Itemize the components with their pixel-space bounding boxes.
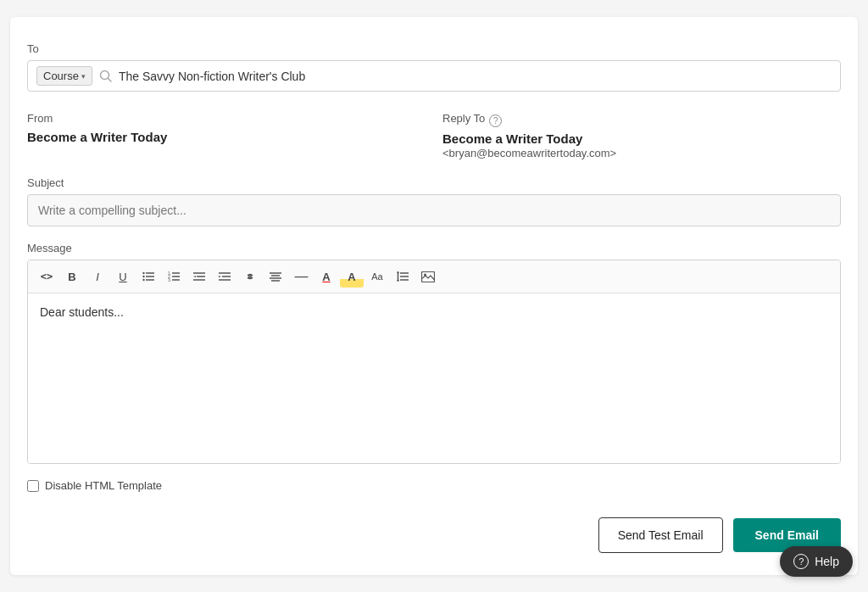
footer-buttons: Send Test Email Send Email xyxy=(27,517,841,553)
help-fab-icon: ? xyxy=(793,554,809,569)
message-section: Message <> B I U 1.2.3. xyxy=(27,242,841,464)
toolbar-line-height-btn[interactable] xyxy=(391,265,415,288)
disable-html-label[interactable]: Disable HTML Template xyxy=(45,479,162,492)
toolbar-indent-less-btn[interactable] xyxy=(187,265,211,288)
to-input-row: Course ▾ xyxy=(27,60,841,92)
toolbar-indent-more-btn[interactable] xyxy=(213,265,236,288)
disable-html-row: Disable HTML Template xyxy=(27,479,841,492)
subject-label: Subject xyxy=(27,176,841,189)
svg-point-5 xyxy=(142,272,144,274)
from-label: From xyxy=(27,112,426,125)
toolbar-font-size-btn[interactable]: Aa xyxy=(365,265,389,288)
course-badge-label: Course xyxy=(43,70,79,82)
toolbar-ul-btn[interactable] xyxy=(136,265,160,288)
send-test-email-button[interactable]: Send Test Email xyxy=(598,517,723,553)
toolbar-bold-btn[interactable]: B xyxy=(60,265,84,288)
help-fab-label: Help xyxy=(815,555,839,568)
message-editor-wrapper: <> B I U 1.2.3. xyxy=(27,260,841,464)
to-search-input[interactable] xyxy=(119,70,832,83)
disable-html-checkbox[interactable] xyxy=(27,480,39,492)
course-badge[interactable]: Course ▾ xyxy=(36,66,92,86)
editor-toolbar: <> B I U 1.2.3. xyxy=(28,260,840,293)
from-section: From Become a Writer Today xyxy=(27,112,426,159)
from-reply-row: From Become a Writer Today Reply To ? Be… xyxy=(27,112,841,159)
subject-input[interactable] xyxy=(27,194,841,226)
caret-icon: ▾ xyxy=(81,72,86,81)
reply-to-section: Reply To ? Become a Writer Today <bryan@… xyxy=(426,112,841,159)
message-editor-body[interactable]: Dear students... xyxy=(28,293,840,463)
from-name: Become a Writer Today xyxy=(27,130,426,144)
subject-section: Subject xyxy=(27,176,841,226)
toolbar-underline-btn[interactable]: U xyxy=(111,265,135,288)
svg-text:3.: 3. xyxy=(168,277,171,282)
toolbar-image-btn[interactable] xyxy=(416,265,440,288)
reply-to-help-icon[interactable]: ? xyxy=(489,114,502,127)
toolbar-italic-btn[interactable]: I xyxy=(86,265,109,288)
toolbar-ol-btn[interactable]: 1.2.3. xyxy=(162,265,186,288)
svg-point-7 xyxy=(142,279,144,281)
reply-to-email: <bryan@becomeawritertoday.com> xyxy=(442,147,841,159)
reply-to-label: Reply To xyxy=(442,112,485,125)
reply-to-name: Become a Writer Today xyxy=(442,131,841,146)
message-placeholder: Dear students... xyxy=(40,305,124,319)
svg-point-6 xyxy=(142,276,144,277)
to-label: To xyxy=(27,42,841,55)
reply-to-label-row: Reply To ? xyxy=(442,112,841,130)
email-compose-form: To Course ▾ From Become a Writer Today R… xyxy=(10,17,858,575)
to-section: To Course ▾ xyxy=(27,42,841,92)
toolbar-code-btn[interactable]: <> xyxy=(35,265,58,288)
toolbar-link-btn[interactable] xyxy=(238,265,262,288)
toolbar-align-btn[interactable] xyxy=(264,265,287,288)
help-fab[interactable]: ? Help xyxy=(780,546,853,577)
search-icon xyxy=(99,70,112,82)
toolbar-font-color-btn[interactable]: A xyxy=(314,265,338,288)
toolbar-divider-btn[interactable]: — xyxy=(289,265,313,288)
toolbar-font-bg-btn[interactable]: A xyxy=(340,265,364,288)
svg-line-1 xyxy=(108,79,111,82)
message-label: Message xyxy=(27,242,841,254)
